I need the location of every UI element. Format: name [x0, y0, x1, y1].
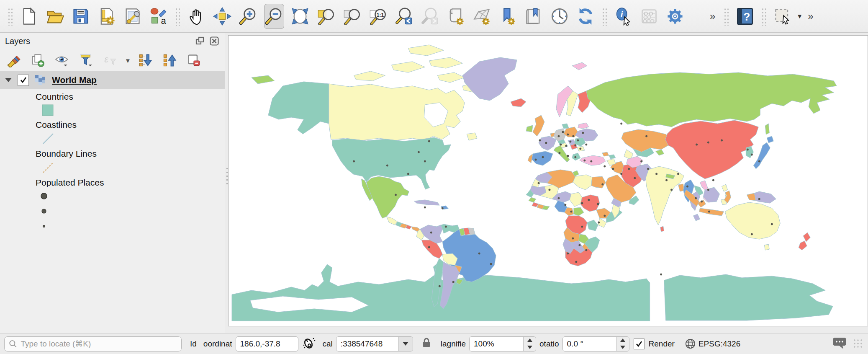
new-spatial-bookmark-button[interactable] [498, 4, 518, 29]
zoom-native-button[interactable]: 1:1 [368, 4, 388, 29]
rotation-spinbox[interactable]: 0.0 ° [562, 336, 629, 351]
open-project-button[interactable] [45, 4, 65, 29]
rotation-spin-arrows[interactable] [616, 337, 629, 351]
status-bar: Id oordinat cal :338547648 lagnifie 100%… [0, 333, 868, 354]
mouse-position-icon [302, 336, 316, 350]
oceania [725, 202, 810, 250]
legend-swatch-boundary-lines[interactable] [0, 160, 225, 175]
zoom-full-button[interactable] [290, 4, 310, 29]
zoom-to-layer-button[interactable] [316, 4, 336, 29]
render-toggle[interactable]: Render [634, 338, 675, 349]
statistical-summary-button[interactable] [639, 4, 659, 29]
layer-group-world-map[interactable]: World Map [0, 71, 225, 89]
rotation-value[interactable]: 0.0 ° [563, 337, 616, 351]
show-spatial-bookmarks-button[interactable] [524, 4, 544, 29]
extents-toggle-button[interactable] [302, 336, 316, 351]
zoom-out-button[interactable] [264, 4, 284, 29]
scale-combobox[interactable]: :338547648 [336, 336, 413, 351]
check-icon [19, 76, 28, 84]
style-manager-button[interactable]: a [149, 4, 169, 29]
new-print-layout-button[interactable] [97, 4, 117, 29]
manage-map-themes-button[interactable] [51, 51, 73, 70]
layer-group-label[interactable]: World Map [52, 75, 97, 85]
toolbar-overflow[interactable]: » [808, 10, 814, 22]
circle-symbol [40, 207, 48, 215]
legend-swatch-countries[interactable] [0, 103, 225, 117]
select-dropdown-caret[interactable]: ▼ [796, 13, 803, 20]
style-manager-icon: a [149, 7, 168, 26]
resize-grip[interactable] [853, 338, 864, 349]
expression-filter-icon: ε [103, 53, 118, 67]
legend-swatch-place-small[interactable] [0, 220, 225, 235]
message-bubble-icon [832, 336, 847, 350]
layers-panel-titlebar: Layers [0, 33, 225, 49]
expander-icon[interactable] [5, 78, 12, 82]
render-checkbox[interactable] [634, 338, 645, 349]
map-canvas[interactable] [228, 35, 868, 326]
crs-status-button[interactable]: EPSG:4326 [685, 338, 740, 349]
identify-features-button[interactable]: i [613, 4, 633, 29]
layers-panel-title: Layers [5, 36, 30, 46]
expand-all-button[interactable] [134, 51, 156, 70]
magnifier-spinbox[interactable]: 100% [469, 336, 536, 351]
locator-box[interactable] [4, 336, 182, 351]
filter-legend-button[interactable] [75, 51, 97, 70]
pan-to-selection-button[interactable] [212, 4, 232, 29]
zoom-in-button[interactable] [238, 4, 258, 29]
zoom-to-selection-button[interactable] [342, 4, 362, 29]
add-group-button[interactable] [27, 51, 49, 70]
legend-swatch-place-medium[interactable] [0, 204, 225, 220]
help-button[interactable]: ? [735, 4, 755, 29]
magnifier-spin-arrows[interactable] [523, 337, 536, 351]
messages-button[interactable] [832, 336, 847, 351]
zoom-out-icon [265, 7, 283, 26]
svg-text:ε: ε [104, 54, 109, 65]
scale-lock-button[interactable] [421, 337, 432, 351]
panel-close-button[interactable] [209, 36, 220, 47]
options-button[interactable] [665, 4, 685, 29]
refresh-button[interactable] [575, 4, 596, 29]
magnifier-value[interactable]: 100% [470, 337, 523, 351]
save-project-button[interactable] [71, 4, 91, 29]
coordinate-input[interactable] [240, 339, 294, 349]
toolbar-grip[interactable] [7, 7, 13, 26]
filter-funnel-icon [79, 53, 93, 67]
toolbar-grip[interactable] [761, 7, 767, 26]
collapse-all-button[interactable] [159, 51, 180, 70]
expression-dropdown-caret[interactable]: ▼ [125, 57, 131, 64]
toolbar-grip[interactable] [601, 7, 607, 26]
legend-swatch-coastlines[interactable] [0, 132, 225, 146]
new-map-view-button[interactable] [446, 4, 466, 29]
new-print-layout-icon [98, 7, 116, 26]
legend-swatch-place-large[interactable] [0, 189, 225, 204]
panel-float-button[interactable] [195, 36, 205, 47]
legend-item-coastlines[interactable]: Coastlines [0, 117, 225, 132]
coordinate-field[interactable] [236, 336, 298, 351]
toolbar-grip[interactable] [175, 7, 180, 26]
select-features-button[interactable] [773, 4, 793, 29]
show-layout-manager-button[interactable] [123, 4, 143, 29]
new-3d-map-view-button[interactable] [472, 4, 492, 29]
toolbar-grip[interactable] [723, 7, 729, 26]
toolbar-overflow[interactable]: » [710, 10, 716, 22]
panel-splitter[interactable] [225, 33, 228, 333]
world-map[interactable] [229, 36, 868, 326]
zoom-native-icon: 1:1 [369, 7, 387, 26]
filter-by-expression-button[interactable]: ε [100, 51, 121, 70]
remove-layer-button[interactable] [183, 51, 205, 70]
temporal-controller-button[interactable] [550, 4, 570, 29]
scale-dropdown[interactable] [398, 337, 413, 351]
zoom-last-button[interactable] [394, 4, 414, 29]
open-layer-styling-button[interactable] [3, 51, 24, 70]
pan-map-button[interactable] [186, 4, 206, 29]
legend-item-countries[interactable]: Countries [0, 89, 225, 103]
legend-item-boundary-lines[interactable]: Boundary Lines [0, 146, 225, 160]
zoom-full-icon [291, 7, 309, 26]
splitter-handle[interactable] [226, 167, 228, 186]
layer-checkbox[interactable] [18, 75, 29, 86]
scale-value[interactable]: :338547648 [336, 337, 398, 351]
locator-input[interactable] [21, 339, 177, 349]
zoom-next-button[interactable] [420, 4, 440, 29]
legend-item-populated-places[interactable]: Populated Places [0, 175, 225, 189]
new-project-button[interactable] [19, 4, 39, 29]
